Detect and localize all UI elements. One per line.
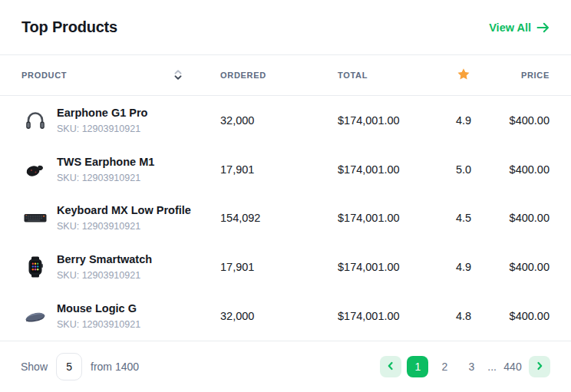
from-label: from 1400 xyxy=(91,361,139,373)
total-value: $174,001.00 xyxy=(338,310,436,322)
product-sku: SKU: 12903910921 xyxy=(57,318,140,331)
table-footer: Show from 1400 1 2 3 ... 440 xyxy=(0,341,571,392)
column-header-rating xyxy=(436,68,491,83)
column-header-product[interactable]: PRODUCT xyxy=(21,69,220,82)
ordered-value: 32,000 xyxy=(220,310,338,322)
page-title: Top Products xyxy=(21,18,117,36)
top-products-card: Top Products View All PRODUCT ORDERED TO… xyxy=(0,0,571,392)
total-value: $174,001.00 xyxy=(338,261,436,273)
product-name: Berry Smartwatch xyxy=(57,252,152,267)
pagination-ellipsis: ... xyxy=(487,361,497,373)
next-page-button[interactable] xyxy=(529,356,550,377)
product-sku: SKU: 12903910921 xyxy=(57,268,152,282)
page-size-input[interactable] xyxy=(56,353,82,380)
table-header: PRODUCT ORDERED TOTAL PRICE xyxy=(0,55,571,96)
show-label: Show xyxy=(21,361,48,373)
prev-page-button[interactable] xyxy=(380,356,401,377)
rating-value: 4.9 xyxy=(436,114,491,127)
total-value: $174,001.00 xyxy=(338,212,436,224)
view-all-link[interactable]: View All xyxy=(489,21,550,34)
column-header-total: TOTAL xyxy=(338,71,436,80)
page-button-2[interactable]: 2 xyxy=(434,356,455,377)
arrow-right-icon xyxy=(536,22,550,33)
total-value: $174,001.00 xyxy=(338,163,436,176)
smartwatch-image xyxy=(21,253,49,281)
page-size-control: Show from 1400 xyxy=(21,353,139,380)
price-value: $400.00 xyxy=(491,163,550,176)
column-header-ordered: ORDERED xyxy=(220,71,338,80)
product-cell: Berry Smartwatch SKU: 12903910921 xyxy=(21,252,220,282)
mouse-image xyxy=(21,302,49,330)
price-value: $400.00 xyxy=(491,261,550,273)
table-row[interactable]: TWS Earphone M1 SKU: 12903910921 17,901 … xyxy=(0,145,571,194)
chevron-left-icon xyxy=(386,361,395,373)
headphones-image xyxy=(21,107,49,134)
product-cell: Keyboard MX Low Profile SKU: 12903910921 xyxy=(21,203,220,233)
table-row[interactable]: Earphone G1 Pro SKU: 12903910921 32,000 … xyxy=(0,96,571,145)
product-name: Keyboard MX Low Profile xyxy=(57,203,191,218)
ordered-value: 154,092 xyxy=(220,212,338,224)
product-name: Mouse Logic G xyxy=(57,301,140,316)
product-name: TWS Earphone M1 xyxy=(57,154,154,170)
star-icon xyxy=(457,68,470,83)
rating-value: 4.8 xyxy=(436,310,491,322)
chevron-right-icon xyxy=(535,361,544,373)
product-sku: SKU: 12903910921 xyxy=(57,171,154,185)
ordered-value: 17,901 xyxy=(220,163,338,176)
product-sku: SKU: 12903910921 xyxy=(57,122,147,136)
sort-icon[interactable] xyxy=(173,69,183,82)
earbuds-image xyxy=(21,156,49,183)
column-label-product: PRODUCT xyxy=(21,71,67,80)
rating-value: 5.0 xyxy=(436,163,491,176)
product-sku: SKU: 12903910921 xyxy=(57,219,191,233)
page-button-3[interactable]: 3 xyxy=(460,356,482,377)
column-header-price: PRICE xyxy=(491,71,550,80)
product-name: Earphone G1 Pro xyxy=(57,105,147,120)
product-cell: Earphone G1 Pro SKU: 12903910921 xyxy=(21,105,220,136)
table-row[interactable]: Mouse Logic G SKU: 12903910921 32,000 $1… xyxy=(0,292,571,341)
product-cell: Mouse Logic G SKU: 12903910921 xyxy=(21,301,220,331)
card-header: Top Products View All xyxy=(0,0,571,55)
ordered-value: 17,901 xyxy=(220,261,338,273)
price-value: $400.00 xyxy=(491,310,550,322)
view-all-label: View All xyxy=(489,21,531,34)
keyboard-image xyxy=(21,204,49,232)
price-value: $400.00 xyxy=(491,114,550,127)
page-button-1[interactable]: 1 xyxy=(407,356,428,377)
table-row[interactable]: Berry Smartwatch SKU: 12903910921 17,901… xyxy=(0,242,571,292)
product-cell: TWS Earphone M1 SKU: 12903910921 xyxy=(21,154,220,185)
pagination: 1 2 3 ... 440 xyxy=(380,356,550,377)
page-button-440[interactable]: 440 xyxy=(502,356,523,377)
rating-value: 4.9 xyxy=(436,261,491,273)
price-value: $400.00 xyxy=(491,212,550,224)
table-row[interactable]: Keyboard MX Low Profile SKU: 12903910921… xyxy=(0,194,571,243)
rating-value: 4.5 xyxy=(436,212,491,224)
ordered-value: 32,000 xyxy=(220,114,338,127)
total-value: $174,001.00 xyxy=(338,114,436,127)
table-body: Earphone G1 Pro SKU: 12903910921 32,000 … xyxy=(0,96,571,341)
